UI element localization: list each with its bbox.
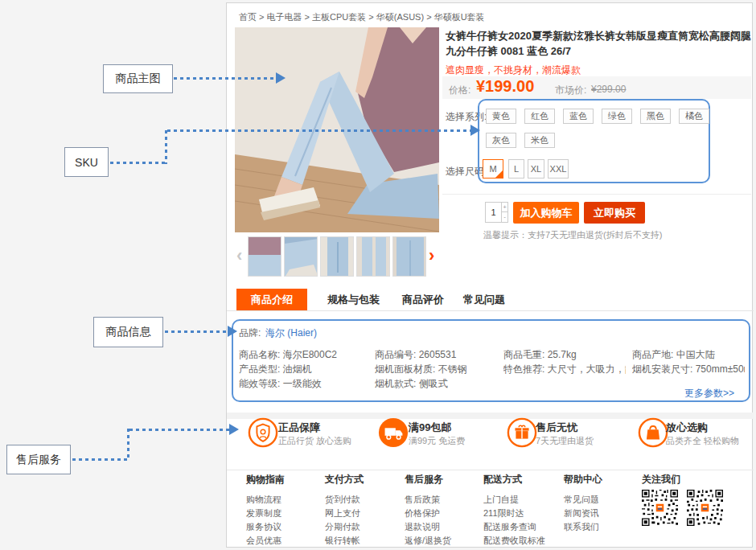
info-cell: 能效等级: 一级能效 bbox=[239, 377, 368, 391]
footer-link[interactable]: 网上支付 bbox=[325, 507, 402, 520]
info-cell: 烟机安装尺寸: 750mm±50mm (烟... bbox=[632, 363, 745, 376]
arrow-right-icon bbox=[276, 72, 286, 84]
tab-bar: 商品介绍 规格与包装 商品评价 常见问题 bbox=[227, 289, 754, 311]
info-cell: 商品编号: 2605531 bbox=[375, 348, 497, 362]
warm-tips: 温馨提示：支持7天无理由退货(拆封后不支持) bbox=[483, 229, 662, 241]
shield-icon bbox=[248, 417, 278, 448]
footer-link[interactable]: 联系我们 bbox=[564, 520, 641, 534]
footer-link[interactable]: 银行转帐 bbox=[325, 534, 402, 548]
brand-link[interactable]: 海尔 (Haier) bbox=[265, 326, 317, 340]
color-chip-yellow[interactable]: 黄色 bbox=[486, 109, 516, 124]
service-title: 正品保障 bbox=[278, 421, 320, 435]
footer-link[interactable]: 常见问题 bbox=[564, 493, 641, 507]
footer-link[interactable]: 配送服务查询 bbox=[483, 520, 561, 534]
footer-col-title: 购物指南 bbox=[246, 473, 323, 486]
truck-icon bbox=[378, 417, 409, 448]
breadcrumb[interactable]: 首页 > 电子电器 > 主板CPU套装 > 华硕(ASUS) > 华硕板U套装 bbox=[239, 11, 485, 23]
footer-link[interactable]: 退款说明 bbox=[405, 520, 482, 534]
thumbnail-1[interactable] bbox=[248, 236, 281, 277]
size-chip-xl[interactable]: XL bbox=[528, 159, 544, 179]
divider bbox=[227, 470, 754, 470]
footer-link[interactable]: 配送费收取标准 bbox=[483, 534, 561, 548]
arrow-right-icon bbox=[229, 424, 239, 435]
add-to-cart-button[interactable]: 加入购物车 bbox=[513, 202, 579, 224]
tab-faq[interactable]: 常见问题 bbox=[463, 289, 505, 310]
color-chip-red[interactable]: 红色 bbox=[524, 109, 555, 124]
divider bbox=[442, 194, 751, 195]
footer-link[interactable]: 新闻资讯 bbox=[564, 507, 641, 520]
footer-col-title: 关注我们 bbox=[642, 473, 719, 486]
color-chip-orange[interactable]: 橘色 bbox=[679, 109, 709, 124]
footer-link[interactable]: 价格保护 bbox=[405, 507, 482, 520]
screenshot-stage: 首页 > 电子电器 > 主板CPU套装 > 华硕(ASUS) > 华硕板U套装 bbox=[0, 0, 756, 550]
thumb-prev-arrow[interactable]: ‹ bbox=[236, 244, 242, 267]
quantity-increase-button[interactable]: + bbox=[501, 203, 507, 212]
footer-link[interactable]: 货到付款 bbox=[325, 493, 402, 507]
thumbnail-4[interactable] bbox=[356, 236, 390, 277]
quantity-decrease-button[interactable]: - bbox=[501, 212, 507, 222]
buy-now-button[interactable]: 立即购买 bbox=[584, 202, 645, 224]
thumbnail-2[interactable] bbox=[284, 236, 318, 277]
thumb-next-arrow[interactable]: › bbox=[429, 244, 434, 267]
annotation-label-main-image: 商品主图 bbox=[103, 64, 173, 93]
quantity-value[interactable]: 1 bbox=[486, 203, 501, 222]
info-cell: 特色推荐: 大尺寸，大吸力，静音... bbox=[503, 363, 626, 376]
price-bar: 价格: ¥199.00 市场价: ¥299.00 bbox=[442, 76, 751, 99]
color-chip-black[interactable]: 黑色 bbox=[640, 109, 671, 124]
footer-link[interactable]: 售后政策 bbox=[405, 493, 482, 507]
info-cell: 烟机款式: 侧吸式 bbox=[375, 377, 497, 391]
footer-link[interactable]: 上门自提 bbox=[483, 493, 561, 507]
service-desc: 品类齐全 轻松购物 bbox=[666, 435, 739, 447]
service-desc: 7天无理由退货 bbox=[536, 435, 594, 447]
footer-col-title: 配送方式 bbox=[483, 473, 561, 486]
footer-col-help-center: 帮助中心 常见问题 新闻资讯 联系我们 bbox=[564, 473, 641, 534]
annotation-line bbox=[127, 429, 129, 461]
annotation-line bbox=[72, 458, 129, 461]
footer-link[interactable]: 购物流程 bbox=[246, 493, 323, 507]
color-chip-green[interactable]: 绿色 bbox=[602, 109, 632, 124]
tab-reviews[interactable]: 商品评价 bbox=[402, 289, 444, 310]
promo-text: 遮肉显瘦，不挑身材，潮流爆款 bbox=[446, 64, 581, 77]
color-chip-blue[interactable]: 蓝色 bbox=[563, 109, 594, 124]
size-chip-l[interactable]: L bbox=[508, 159, 524, 179]
footer-col-delivery: 配送方式 上门自提 211限时达 配送服务查询 配送费收取标准 海外配送 bbox=[483, 473, 561, 550]
market-price-value: ¥299.00 bbox=[591, 84, 626, 95]
annotation-line bbox=[129, 429, 229, 431]
footer-link[interactable]: 会员优惠 bbox=[246, 534, 323, 548]
footer-link[interactable]: 服务协议 bbox=[246, 520, 323, 534]
more-params-link[interactable]: 更多参数>> bbox=[684, 387, 734, 400]
market-price-label: 市场价: bbox=[555, 84, 586, 97]
footer-link[interactable]: 返修/退换货 bbox=[405, 534, 482, 548]
service-title: 放心选购 bbox=[666, 421, 708, 435]
footer-col-after-sale: 售后服务 售后政策 价格保护 退款说明 返修/退换货 取消订单 bbox=[405, 473, 482, 550]
gift-icon bbox=[507, 417, 537, 448]
color-chip-beige[interactable]: 米色 bbox=[524, 133, 555, 148]
qr-code-1 bbox=[642, 490, 678, 526]
size-chip-xxl[interactable]: XXL bbox=[548, 159, 569, 179]
section-separator bbox=[227, 412, 754, 419]
quantity-stepper[interactable]: 1 + - bbox=[485, 202, 508, 223]
product-title: 女裤牛仔裤女2020夏季新款泫雅长裤女韩版显瘦直筒宽松高腰阔腿九分牛仔裤 008… bbox=[446, 28, 753, 59]
thumbnail-3[interactable] bbox=[320, 236, 354, 277]
price-label: 价格: bbox=[449, 84, 470, 97]
service-desc: 满99元 免运费 bbox=[409, 435, 465, 447]
size-chip-m-selected[interactable]: M bbox=[483, 159, 503, 179]
color-chip-gray[interactable]: 灰色 bbox=[486, 133, 516, 148]
footer-col-title: 支付方式 bbox=[325, 473, 402, 486]
tab-product-intro[interactable]: 商品介绍 bbox=[236, 289, 307, 310]
annotation-label-product-info: 商品信息 bbox=[93, 317, 163, 347]
info-cell: 商品毛重: 25.7kg bbox=[503, 348, 626, 362]
qr-code-2 bbox=[687, 490, 723, 526]
footer-link[interactable]: 发票制度 bbox=[246, 507, 323, 520]
annotation-label-after-sale: 售后服务 bbox=[6, 445, 71, 474]
footer-col-shopping-guide: 购物指南 购物流程 发票制度 服务协议 会员优惠 bbox=[246, 473, 323, 548]
tab-spec-package[interactable]: 规格与包装 bbox=[327, 289, 380, 310]
product-page-panel: 首页 > 电子电器 > 主板CPU套装 > 华硕(ASUS) > 华硕板U套装 bbox=[226, 2, 753, 548]
footer-col-title: 售后服务 bbox=[405, 473, 482, 486]
footer-link[interactable]: 分期付款 bbox=[325, 520, 402, 534]
service-desc: 正品行货 放心选购 bbox=[278, 435, 351, 447]
footer-link[interactable]: 211限时达 bbox=[483, 507, 561, 520]
thumbnail-5[interactable] bbox=[392, 236, 426, 277]
arrow-right-icon bbox=[228, 326, 237, 337]
annotation-line bbox=[165, 130, 167, 164]
